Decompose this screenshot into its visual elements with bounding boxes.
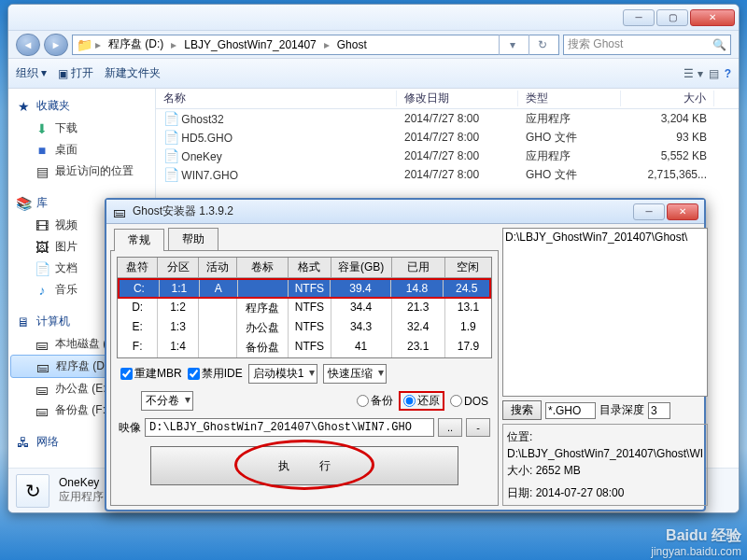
toolbar: 组织 ▾ ▣打开 新建文件夹 ☰ ▾ ▤ ? — [8, 59, 739, 89]
drive-icon: 🖴 — [35, 337, 49, 352]
th-used: 已用 — [392, 258, 445, 277]
breadcrumb[interactable]: 程序盘 (D:) — [105, 35, 167, 53]
restore-radio[interactable]: 还原 — [399, 391, 444, 411]
ghost-minimize-button[interactable]: ─ — [633, 203, 665, 220]
boot-module-select[interactable]: 启动模块1 — [248, 364, 318, 384]
info-panel: 位置: D:\LBJY_GhostWin7_201407\Ghost\WI 大小… — [502, 424, 708, 506]
disable-ide-checkbox[interactable]: 禁用IDE — [188, 366, 243, 382]
video-icon: 🎞 — [35, 218, 49, 233]
search-input[interactable]: 搜索 Ghost 🔍 — [563, 35, 731, 55]
new-folder-button[interactable]: 新建文件夹 — [105, 65, 161, 81]
sidebar-item-recent[interactable]: ▤最近访问的位置 — [8, 161, 155, 182]
computer-icon: 🖥 — [16, 315, 31, 329]
picture-icon: 🖼 — [35, 240, 49, 255]
maximize-button[interactable]: ▢ — [656, 9, 688, 26]
image-path-input[interactable] — [145, 418, 434, 437]
depth-input[interactable] — [648, 402, 670, 419]
search-icon: 🔍 — [712, 38, 726, 51]
th-drive: 盘符 — [118, 258, 158, 277]
tab-normal[interactable]: 常规 — [114, 229, 164, 251]
open-icon: ▣ — [58, 67, 68, 80]
file-row[interactable]: 📄 WIN7.GHO2014/7/27 8:00GHO 文件2,715,365.… — [156, 165, 739, 184]
favorites-group[interactable]: ★收藏夹 — [8, 94, 155, 118]
back-button[interactable]: ◄ — [16, 34, 40, 56]
dropdown-icon[interactable]: ▾ — [499, 35, 525, 55]
ext-input[interactable] — [545, 402, 596, 419]
th-free: 空闲 — [445, 258, 491, 277]
preview-icon[interactable]: ▤ — [709, 67, 719, 80]
execute-button[interactable]: 执行 — [150, 446, 458, 485]
breadcrumb[interactable]: LBJY_GhostWin7_201407 — [180, 37, 319, 52]
backup-radio[interactable]: 备份 — [357, 393, 393, 409]
search-placeholder: 搜索 Ghost — [568, 36, 623, 52]
desktop-icon: ■ — [35, 143, 49, 158]
rebuild-mbr-checkbox[interactable]: 重建MBR — [120, 366, 182, 382]
drive-icon: 🖴 — [35, 382, 49, 397]
document-icon: 📄 — [35, 261, 49, 276]
search-button[interactable]: 搜索 — [502, 400, 542, 420]
sidebar-item-downloads[interactable]: ⬇下载 — [8, 118, 155, 139]
ghost-title: Ghost安装器 1.3.9.2 — [133, 203, 233, 219]
ghost-icon: 🖴 — [112, 204, 127, 219]
compression-select[interactable]: 快速压缩 — [323, 364, 387, 384]
close-button[interactable]: ✕ — [690, 9, 735, 26]
file-row[interactable]: 📄 OneKey2014/7/27 8:00应用程序5,552 KB — [156, 147, 739, 165]
tab-help[interactable]: 帮助 — [168, 228, 218, 250]
depth-label: 目录深度 — [599, 402, 644, 418]
col-name[interactable]: 名称 — [156, 91, 397, 106]
partition-row[interactable]: D:1:2程序盘NTFS34.421.313.1 — [118, 299, 491, 318]
col-size[interactable]: 大小 — [621, 91, 714, 106]
onekey-icon: ↻ — [16, 474, 49, 508]
titlebar: ─ ▢ ✕ — [8, 5, 739, 31]
sidebar-item-desktop[interactable]: ■桌面 — [8, 139, 155, 161]
col-type[interactable]: 类型 — [518, 91, 621, 106]
th-cap: 容量(GB) — [331, 258, 392, 277]
breadcrumb[interactable]: Ghost — [333, 37, 371, 52]
forward-button[interactable]: ► — [44, 34, 68, 56]
ghost-titlebar[interactable]: 🖴 Ghost安装器 1.3.9.2 ─ ✕ — [106, 200, 704, 224]
address-row: ◄ ► 📁 ▸程序盘 (D:) ▸LBJY_GhostWin7_201407 ▸… — [8, 31, 739, 59]
th-active: 活动 — [199, 258, 237, 277]
column-header: 名称 修改日期 类型 大小 — [156, 89, 739, 109]
partition-row[interactable]: E:1:3办公盘NTFS34.332.41.9 — [118, 318, 491, 338]
help-icon[interactable]: ? — [725, 67, 731, 80]
folder-icon: 📁 — [77, 37, 92, 52]
network-icon: 🖧 — [16, 435, 31, 450]
open-button[interactable]: ▣打开 — [58, 65, 93, 81]
image-label: 映像 — [119, 420, 141, 436]
recent-icon: ▤ — [35, 164, 49, 179]
drive-icon: 🖴 — [35, 359, 50, 374]
clear-button[interactable]: - — [466, 418, 490, 437]
refresh-icon[interactable]: ↻ — [529, 35, 555, 55]
star-icon: ★ — [16, 99, 31, 114]
status-item-type: 应用程序 — [59, 490, 104, 503]
volume-select[interactable]: 不分卷 — [141, 391, 193, 411]
library-icon: 📚 — [16, 196, 31, 211]
watermark: Baidu 经验 jingyan.baidu.com — [651, 526, 741, 558]
minimize-button[interactable]: ─ — [623, 9, 655, 26]
th-label: 卷标 — [237, 258, 289, 277]
dos-radio[interactable]: DOS — [450, 395, 488, 408]
th-fs: 格式 — [289, 258, 331, 277]
download-icon: ⬇ — [35, 121, 49, 136]
browse-button[interactable]: .. — [438, 418, 462, 437]
file-row[interactable]: 📄 HD5.GHO2014/7/27 8:00GHO 文件93 KB — [156, 128, 739, 147]
partition-row[interactable]: C:1:1ANTFS39.414.824.5 — [118, 278, 491, 299]
address-bar[interactable]: 📁 ▸程序盘 (D:) ▸LBJY_GhostWin7_201407 ▸Ghos… — [72, 35, 559, 55]
gho-list[interactable]: D:\LBJY_GhostWin7_201407\Ghost\ — [502, 228, 708, 397]
music-icon: ♪ — [35, 283, 49, 298]
col-date[interactable]: 修改日期 — [397, 91, 518, 106]
drive-icon: 🖴 — [35, 403, 49, 418]
status-item-name: OneKey — [59, 476, 99, 489]
partition-table: 盘符 分区 活动 卷标 格式 容量(GB) 已用 空闲 C:1:1ANTFS39… — [117, 257, 492, 358]
ghost-dialog: 🖴 Ghost安装器 1.3.9.2 ─ ✕ 常规 帮助 盘符 分区 活动 卷标… — [105, 198, 706, 511]
view-icon[interactable]: ☰ ▾ — [684, 67, 702, 80]
organize-menu[interactable]: 组织 ▾ — [16, 65, 47, 81]
file-row[interactable]: 📄 Ghost322014/7/27 8:00应用程序3,204 KB — [156, 109, 739, 128]
partition-row[interactable]: F:1:4备份盘NTFS4123.117.9 — [118, 338, 491, 357]
th-part: 分区 — [158, 258, 198, 277]
ghost-close-button[interactable]: ✕ — [667, 203, 698, 220]
